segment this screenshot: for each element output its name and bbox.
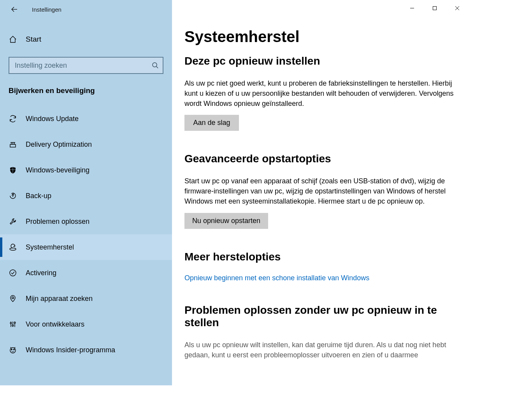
section-more-heading: Meer herstelopties (184, 251, 456, 263)
recovery-icon (9, 243, 17, 251)
shield-icon (9, 166, 17, 174)
svg-point-19 (14, 349, 14, 350)
insider-icon (9, 346, 17, 354)
fresh-start-link[interactable]: Opnieuw beginnen met een schone installa… (184, 274, 369, 282)
svg-point-8 (10, 248, 16, 250)
svg-point-14 (10, 322, 12, 324)
restart-now-button[interactable]: Nu opnieuw opstarten (184, 213, 268, 229)
settings-window: Instellingen Start (0, 0, 469, 385)
maximize-button[interactable] (423, 0, 446, 16)
nav-item-label: Delivery Optimization (26, 141, 92, 149)
check-circle-icon (9, 269, 17, 277)
search-box[interactable] (9, 57, 163, 74)
section-advanced: Geavanceerde opstartopties Start uw pc o… (184, 153, 456, 228)
nav-item-problemen-oplossen[interactable]: Problemen oplossen (0, 209, 172, 234)
sidebar: Instellingen Start (0, 0, 172, 385)
nav-item-label: Back-up (26, 192, 51, 200)
nav-item-activering[interactable]: Activering (0, 260, 172, 286)
nav-item-label: Problemen oplossen (26, 218, 90, 226)
nav-item-label: Windows Update (26, 115, 79, 123)
reset-get-started-button[interactable]: Aan de slag (184, 115, 239, 131)
nav-item-voor-ontwikkelaars[interactable]: Voor ontwikkelaars (0, 311, 172, 337)
wrench-icon (9, 217, 17, 226)
nav-list: Windows UpdateDelivery OptimizationWindo… (0, 106, 172, 363)
svg-rect-7 (10, 144, 16, 147)
section-troubleshoot: Problemen oplossen zonder uw pc opnieuw … (184, 304, 456, 360)
window-controls (401, 0, 469, 16)
dev-icon (9, 320, 17, 329)
section-advanced-heading: Geavanceerde opstartopties (184, 153, 456, 165)
section-troubleshoot-heading: Problemen oplossen zonder uw pc opnieuw … (184, 304, 456, 329)
svg-point-17 (10, 348, 16, 353)
back-button[interactable] (9, 4, 20, 15)
app-title: Instellingen (32, 6, 61, 13)
svg-point-5 (153, 63, 157, 67)
sidebar-header: Instellingen (0, 0, 172, 19)
nav-item-label: Mijn apparaat zoeken (26, 295, 93, 303)
nav-item-windows-beveiliging[interactable]: Windows-beveiliging (0, 157, 172, 183)
section-advanced-body: Start uw pc op vanaf een apparaat of sch… (184, 176, 456, 206)
find-device-icon (9, 294, 17, 303)
svg-point-16 (14, 322, 16, 323)
svg-point-18 (11, 349, 12, 350)
category-title: Bijwerken en beveiliging (0, 86, 172, 95)
content-area: Systeemherstel Deze pc opnieuw instellen… (172, 0, 469, 385)
nav-item-label: Systeemherstel (26, 243, 74, 251)
svg-line-6 (156, 67, 158, 68)
nav-item-label: Voor ontwikkelaars (26, 320, 84, 329)
nav-item-label: Activering (26, 269, 56, 277)
section-reset-body: Als uw pc niet goed werkt, kunt u prober… (184, 78, 456, 109)
nav-item-systeemherstel[interactable]: Systeemherstel (0, 234, 172, 260)
backup-icon (9, 192, 17, 200)
minimize-button[interactable] (401, 0, 423, 16)
sidebar-home[interactable]: Start (0, 26, 172, 53)
sync-icon (9, 114, 17, 123)
nav-item-label: Windows-beveiliging (26, 166, 90, 174)
nav-item-mijn-apparaat-zoeken[interactable]: Mijn apparaat zoeken (0, 286, 172, 311)
search-icon (152, 62, 159, 69)
home-label: Start (26, 35, 41, 44)
nav-item-delivery-optimization[interactable]: Delivery Optimization (0, 132, 172, 157)
svg-point-9 (10, 270, 16, 276)
home-icon (9, 35, 17, 44)
svg-point-15 (12, 325, 14, 326)
svg-point-10 (12, 297, 14, 299)
delivery-icon (9, 140, 17, 149)
nav-item-windows-insider-programma[interactable]: Windows Insider-programma (0, 337, 172, 363)
nav-item-back-up[interactable]: Back-up (0, 183, 172, 209)
close-button[interactable] (446, 0, 469, 16)
nav-item-label: Windows Insider-programma (26, 346, 115, 354)
search-container (9, 57, 163, 74)
page-title: Systeemherstel (184, 28, 456, 46)
search-input[interactable] (15, 62, 152, 70)
svg-rect-1 (433, 7, 437, 10)
section-reset: Deze pc opnieuw instellen Als uw pc niet… (184, 55, 456, 131)
section-reset-heading: Deze pc opnieuw instellen (184, 55, 456, 67)
nav-item-windows-update[interactable]: Windows Update (0, 106, 172, 132)
section-more: Meer herstelopties Opnieuw beginnen met … (184, 251, 456, 282)
section-troubleshoot-body: Als u uw pc opnieuw wilt instellen, kan … (184, 340, 456, 360)
